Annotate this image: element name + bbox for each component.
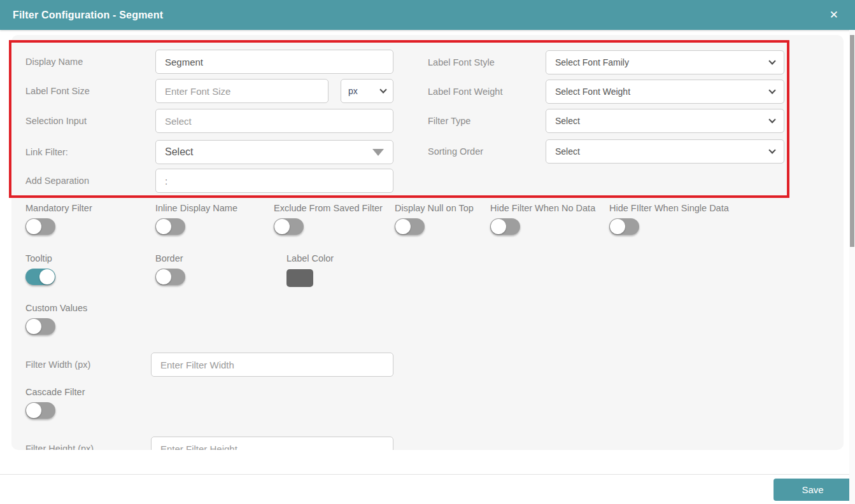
selection-input-label: Selection Input [25, 116, 155, 126]
toggle-tooltip: Tooltip [25, 253, 55, 285]
cascade-filter-switch[interactable] [25, 402, 55, 419]
border-switch[interactable] [155, 269, 185, 285]
display-name-input[interactable] [155, 50, 393, 74]
tooltip-switch[interactable] [25, 269, 55, 285]
toggle-mandatory-filter: Mandatory Filter [25, 203, 92, 235]
display-name-label: Display Name [25, 57, 155, 67]
custom-values-label: Custom Values [25, 303, 87, 313]
field-row-selection-input: Selection Input [25, 109, 393, 133]
modal-header: Filter Configuration - Segment ✕ [0, 0, 855, 30]
hide-filter-when-single-data-label: Hide FIlter When Single Data [609, 203, 729, 213]
add-separation-input[interactable] [155, 169, 393, 193]
toggle-cascade-filter: Cascade Filter [25, 387, 85, 419]
label-color-field: Label Color [286, 253, 334, 287]
display-null-on-top-switch[interactable] [395, 218, 425, 235]
link-filter-label: Link Filter: [25, 147, 155, 157]
display-null-on-top-label: Display Null on Top [395, 203, 474, 213]
save-button[interactable]: Save [774, 479, 852, 501]
toggle-exclude-from-saved-filter: Exclude From Saved Filter [274, 203, 383, 235]
add-separation-label: Add Separation [25, 176, 155, 186]
label-font-weight-label: Label Font Weight [428, 87, 546, 97]
field-row-label-font-size: Label Font Size px [25, 79, 393, 103]
filter-width-input[interactable] [151, 353, 393, 377]
filter-height-input[interactable] [151, 437, 393, 450]
toggle-custom-values: Custom Values [25, 303, 87, 335]
filter-type-label: Filter Type [428, 116, 546, 126]
link-filter-dropdown[interactable]: Select [155, 140, 393, 164]
filter-height-label: Filter Height (px) [25, 444, 151, 450]
chevron-down-icon [379, 86, 386, 93]
label-font-weight-value: Select Font Weight [555, 87, 630, 97]
chevron-down-icon [768, 87, 775, 94]
font-size-unit-value: px [348, 86, 358, 96]
label-font-style-select[interactable]: Select Font Family [546, 50, 784, 74]
modal-title: Filter Configuration - Segment [13, 10, 163, 21]
vertical-scrollbar[interactable] [849, 30, 855, 504]
hide-filter-when-no-data-switch[interactable] [490, 218, 520, 235]
sorting-order-label: Sorting Order [428, 146, 546, 157]
label-font-size-input[interactable] [155, 79, 329, 103]
close-icon[interactable]: ✕ [826, 7, 842, 23]
footer-divider [0, 474, 855, 475]
cascade-filter-label: Cascade Filter [25, 387, 85, 397]
label-color-label: Label Color [286, 253, 334, 263]
modal-body-card: Display Name Label Font Size px Selectio… [11, 35, 844, 450]
field-row-link-filter: Link Filter: Select [25, 140, 393, 164]
chevron-down-icon [768, 57, 775, 64]
filter-width-label: Filter Width (px) [25, 360, 151, 370]
field-row-filter-width: Filter Width (px) [25, 353, 393, 377]
hide-filter-when-single-data-switch[interactable] [609, 218, 639, 235]
link-filter-value: Select [165, 146, 193, 158]
toggle-hide-filter-when-no-data: Hide Filter When No Data [490, 203, 595, 235]
label-font-weight-select[interactable]: Select Font Weight [546, 80, 784, 104]
label-color-swatch[interactable] [286, 269, 313, 287]
triangle-down-icon [372, 149, 384, 156]
mandatory-filter-switch[interactable] [25, 218, 55, 235]
sorting-order-value: Select [555, 146, 580, 157]
sorting-order-select[interactable]: Select [546, 139, 784, 164]
custom-values-switch[interactable] [25, 318, 55, 335]
border-label: Border [155, 253, 185, 263]
field-row-label-font-style: Label Font Style Select Font Family [428, 50, 784, 74]
mandatory-filter-label: Mandatory Filter [25, 203, 92, 213]
field-row-filter-height: Filter Height (px) [25, 437, 393, 450]
tooltip-label: Tooltip [25, 253, 55, 263]
exclude-from-saved-filter-label: Exclude From Saved Filter [274, 203, 383, 213]
field-row-filter-type: Filter Type Select [428, 109, 784, 133]
inline-display-name-label: Inline Display Name [155, 203, 237, 213]
chevron-down-icon [768, 116, 775, 123]
filter-configuration-modal: Filter Configuration - Segment ✕ Display… [0, 0, 855, 504]
toggle-display-null-on-top: Display Null on Top [395, 203, 474, 235]
filter-type-select[interactable]: Select [546, 109, 784, 133]
selection-input-input[interactable] [155, 109, 393, 133]
toggle-border: Border [155, 253, 185, 285]
chevron-down-icon [768, 146, 775, 153]
field-row-display-name: Display Name [25, 50, 393, 74]
scrollbar-thumb[interactable] [850, 35, 854, 247]
toggle-inline-display-name: Inline Display Name [155, 203, 237, 235]
field-row-sorting-order: Sorting Order Select [428, 139, 784, 164]
toggle-hide-filter-when-single-data: Hide FIlter When Single Data [609, 203, 729, 235]
field-row-label-font-weight: Label Font Weight Select Font Weight [428, 80, 784, 104]
label-font-style-label: Label Font Style [428, 57, 546, 67]
field-row-add-separation: Add Separation [25, 169, 393, 193]
exclude-from-saved-filter-switch[interactable] [274, 218, 304, 235]
inline-display-name-switch[interactable] [155, 218, 185, 235]
font-size-unit-select[interactable]: px [341, 79, 393, 103]
filter-type-value: Select [555, 116, 580, 126]
hide-filter-when-no-data-label: Hide Filter When No Data [490, 203, 595, 213]
label-font-style-value: Select Font Family [555, 57, 629, 67]
label-font-size-label: Label Font Size [25, 86, 155, 96]
field-row-filter-height-clip: Filter Height (px) [25, 437, 393, 450]
